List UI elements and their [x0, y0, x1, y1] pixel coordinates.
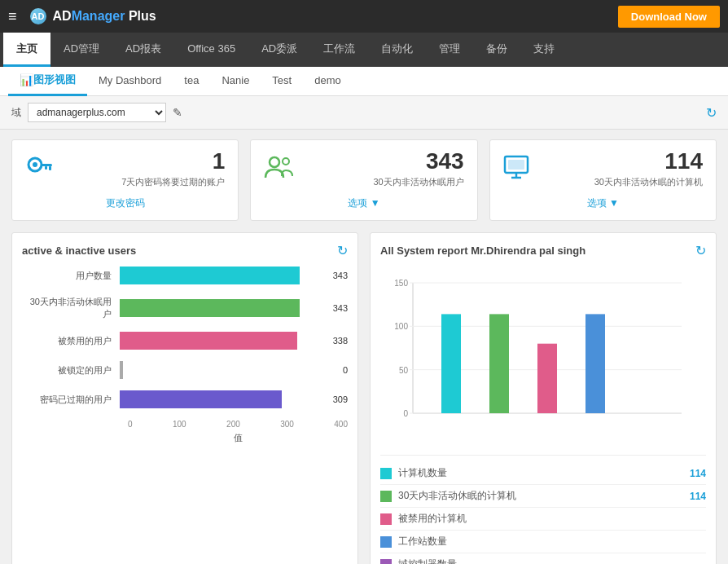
nav-tab-支持[interactable]: 支持	[520, 33, 568, 67]
bar-row: 用户数量343	[22, 267, 348, 284]
sub-tab-3[interactable]: Nanie	[210, 67, 261, 96]
chart-icon: 📊	[20, 73, 33, 86]
bar-fill	[120, 390, 282, 408]
legend-value: —	[696, 536, 706, 548]
x-axis-ticks: 0100200300400	[22, 420, 348, 429]
stat-info-inactive-users: 343 30天内非活动休眠用户	[373, 150, 463, 188]
svg-text:150: 150	[394, 279, 408, 288]
svg-rect-2	[41, 164, 52, 166]
svg-rect-23	[537, 344, 557, 413]
stat-number-computers: 114	[594, 150, 703, 173]
stat-link-computers[interactable]: 选项 ▼	[503, 196, 703, 210]
x-tick: 0	[128, 420, 133, 429]
hamburger-icon[interactable]: ≡	[8, 8, 17, 25]
right-chart-refresh-icon[interactable]: ↻	[695, 243, 706, 258]
stats-row: 1 7天内密码将要过期的账户 更改密码 343	[11, 139, 717, 221]
legend-area: 计算机数量11430天内非活动休眠的计算机114被禁用的计算机—工作站数量—域控…	[380, 455, 706, 564]
nav-tab-主页[interactable]: 主页	[3, 33, 50, 67]
legend-color	[380, 468, 392, 479]
sub-tab-5[interactable]: demo	[303, 67, 353, 96]
stat-label-computers: 30天内非活动休眠的计算机	[594, 176, 703, 188]
stat-link-password[interactable]: 更改密码	[25, 196, 225, 210]
nav-tab-工作流[interactable]: 工作流	[310, 33, 368, 67]
main-content: 1 7天内密码将要过期的账户 更改密码 343	[0, 130, 728, 564]
stat-card-computers: 114 30天内非活动休眠的计算机 选项 ▼	[489, 139, 717, 221]
domain-edit-icon[interactable]: ✎	[173, 106, 182, 119]
bar-label: 被锁定的用户	[22, 364, 120, 377]
legend-row: 域控制器数量—	[380, 553, 706, 564]
download-button[interactable]: Download Now	[618, 6, 720, 28]
bar-container	[120, 299, 330, 317]
sub-tab-0[interactable]: 📊 图形视图	[8, 67, 87, 96]
sub-tab-4[interactable]: Test	[261, 67, 303, 96]
domain-refresh-icon[interactable]: ↻	[706, 105, 717, 121]
legend-label: 计算机数量	[398, 466, 690, 480]
legend-value: —	[696, 513, 706, 525]
nav-tab-AD报表[interactable]: AD报表	[112, 33, 174, 67]
x-axis-label: 值	[22, 432, 348, 444]
logo-badge: AD	[30, 8, 46, 24]
bar-fill	[120, 332, 297, 350]
stat-number-inactive-users: 343	[373, 150, 463, 173]
x-tick: 300	[280, 420, 294, 429]
left-chart-title: active & inactive users	[22, 245, 136, 257]
legend-label: 工作站数量	[398, 535, 696, 549]
svg-point-1	[33, 162, 37, 167]
svg-rect-4	[45, 166, 47, 170]
bar-fill	[120, 267, 300, 284]
svg-text:50: 50	[399, 366, 409, 375]
nav-tab-AD管理[interactable]: AD管理	[50, 33, 112, 67]
svg-rect-24	[585, 314, 605, 413]
column-chart-svg: 150100500	[380, 275, 706, 438]
bar-container	[120, 390, 330, 408]
right-chart-panel: All System report Mr.Dhirendra pal singh…	[370, 232, 717, 564]
sub-tab-2[interactable]: tea	[173, 67, 210, 96]
svg-rect-10	[508, 160, 524, 170]
sub-tabs: 📊 图形视图My DashbordteaNanieTestdemo	[0, 67, 728, 96]
svg-text:0: 0	[403, 409, 408, 418]
users-icon	[264, 153, 293, 188]
nav-tab-Office 365[interactable]: Office 365	[174, 33, 248, 67]
nav-tab-备份[interactable]: 备份	[473, 33, 520, 67]
right-chart-header: All System report Mr.Dhirendra pal singh…	[380, 243, 706, 258]
x-tick: 400	[334, 420, 348, 429]
x-tick: 200	[226, 420, 240, 429]
legend-color	[380, 491, 392, 502]
domain-select[interactable]: admanagerplus.com	[28, 103, 166, 122]
key-icon	[25, 153, 55, 188]
logo-area: ≡ AD ADManager Plus	[8, 8, 156, 25]
bar-row: 被锁定的用户0	[22, 361, 348, 379]
sub-tab-1[interactable]: My Dashbord	[87, 67, 173, 96]
left-chart-refresh-icon[interactable]: ↻	[337, 243, 348, 258]
stat-card-password: 1 7天内密码将要过期的账户 更改密码	[11, 139, 239, 221]
bar-row: 密码已过期的用户309	[22, 390, 348, 408]
legend-row: 计算机数量114	[380, 462, 706, 485]
stat-link-inactive-users[interactable]: 选项 ▼	[264, 196, 463, 210]
stat-label-password: 7天内密码将要过期的账户	[121, 176, 225, 188]
nav-tab-管理[interactable]: 管理	[426, 33, 473, 67]
domain-label: 域	[11, 106, 21, 120]
stat-info-computers: 114 30天内非活动休眠的计算机	[594, 150, 703, 188]
legend-label: 域控制器数量	[398, 557, 696, 564]
svg-rect-3	[49, 166, 51, 170]
column-chart-area: 150100500	[380, 267, 706, 448]
svg-point-6	[283, 158, 289, 165]
nav-tab-AD委派[interactable]: AD委派	[248, 33, 310, 67]
bar-value: 0	[343, 365, 348, 375]
legend-row: 工作站数量—	[380, 531, 706, 553]
topbar: ≡ AD ADManager Plus Download Now	[0, 0, 728, 33]
domain-bar: 域 admanagerplus.com ✎ ↻	[0, 96, 728, 130]
nav-tab-自动化[interactable]: 自动化	[368, 33, 426, 67]
left-chart-header: active & inactive users ↻	[22, 243, 348, 258]
legend-row: 30天内非活动休眠的计算机114	[380, 485, 706, 508]
left-chart-panel: active & inactive users ↻ 用户数量34330天内非活动…	[11, 232, 358, 564]
stat-card-inactive-users: 343 30天内非活动休眠用户 选项 ▼	[250, 139, 477, 221]
legend-label: 30天内非活动休眠的计算机	[398, 489, 690, 503]
legend-label: 被禁用的计算机	[398, 512, 696, 526]
bar-fill	[120, 361, 123, 379]
monitor-icon	[503, 153, 533, 188]
bar-row: 被禁用的用户338	[22, 332, 348, 350]
legend-color	[380, 513, 392, 525]
bar-fill	[120, 299, 300, 317]
svg-point-5	[270, 157, 279, 167]
